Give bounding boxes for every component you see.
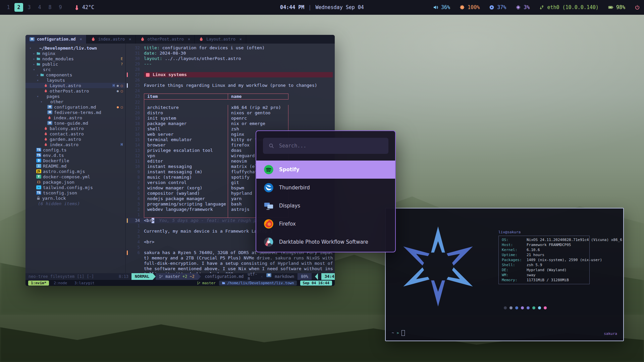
tab-otherPost.astro[interactable]: otherPost.astro× bbox=[136, 35, 195, 44]
tree-item-config.ts[interactable]: TSconfig.ts bbox=[25, 147, 125, 153]
gutter-sign bbox=[126, 126, 128, 132]
tree-file-icon: JS bbox=[36, 169, 41, 173]
badge: ● bbox=[117, 105, 119, 109]
buffer-line-text: Favorite things regarding Linux and my w… bbox=[144, 83, 335, 88]
tree-item-contact.astro[interactable]: contact.astro bbox=[25, 131, 125, 136]
module-memory-value: 3% bbox=[524, 4, 530, 10]
tree-chevron-icon: ▸ bbox=[32, 57, 36, 61]
tree-item-~/Development/liv.town[interactable]: ▾~/Development/liv.town bbox=[25, 45, 125, 51]
tree-item-pages[interactable]: ▾pages bbox=[25, 94, 125, 99]
tree-item-tone-guide.md[interactable]: Mtone-guide.md bbox=[25, 120, 125, 126]
module-disk[interactable]: 37% bbox=[489, 4, 506, 10]
line-number: 30 bbox=[128, 56, 144, 61]
tab-close-icon[interactable]: × bbox=[80, 37, 82, 42]
tree-item-node_modules[interactable]: ▸node_modulesE bbox=[25, 56, 125, 61]
gutter-sign bbox=[126, 100, 128, 105]
tree-item-otherPost.astro[interactable]: otherPost.astro●▢ bbox=[25, 88, 125, 94]
launcher-item-Thunderbird[interactable]: Thunderbird bbox=[256, 179, 395, 197]
module-brightness[interactable]: 100% bbox=[460, 4, 480, 10]
tree-item-label: (6 hidden items) bbox=[38, 201, 80, 206]
gutter-sign bbox=[126, 234, 128, 239]
tree-item-yarn.lock[interactable]: yarn.lock bbox=[25, 195, 125, 201]
tree-item-docker-compose.yml[interactable]: Ydocker-compose.yml bbox=[25, 174, 125, 179]
tree-item-public[interactable]: ▸public? bbox=[25, 61, 125, 67]
tree-item-README.md[interactable]: iREADME.md bbox=[25, 163, 125, 169]
workspace-button-9[interactable]: 9 bbox=[56, 3, 65, 12]
power-button[interactable] bbox=[635, 5, 640, 10]
buffer-line: 22 bbox=[126, 100, 335, 105]
tree-item-label: ~/Development/liv.town bbox=[39, 46, 97, 51]
tree-item-env.d.ts[interactable]: TSenv.d.ts bbox=[25, 153, 125, 158]
tree-item-(6 hidden items)[interactable]: (6 hidden items) bbox=[25, 201, 125, 206]
tab-label: index.astro bbox=[98, 37, 125, 42]
tree-item-label: public bbox=[42, 62, 58, 67]
tree-item-garden.astro[interactable]: garden.astro bbox=[25, 136, 125, 142]
tree-file-icon bbox=[40, 73, 44, 77]
line-number: 31 bbox=[128, 51, 144, 56]
launcher-item-Spotify[interactable]: Spotify bbox=[256, 161, 395, 179]
buffer-line-text: date: 2024-08-30 bbox=[144, 51, 335, 56]
workspace-button-2[interactable]: 2 bbox=[14, 3, 23, 12]
buffer-line: 30layout: ../../layouts/otherPost.astro bbox=[126, 56, 335, 61]
workspace-button-1[interactable]: 1 bbox=[4, 3, 13, 12]
fetch-value: 6.10.6 bbox=[527, 247, 540, 252]
markdown-heading: Linux systems bbox=[144, 72, 333, 77]
neotree-status-text: neo-tree filesystem [1] [-] bbox=[29, 274, 94, 279]
workspaces: 123489 bbox=[4, 3, 65, 12]
tree-item-index.astro[interactable]: index.astroH bbox=[25, 142, 125, 147]
tree-item-astro.config.mjs[interactable]: JSastro.config.mjs bbox=[25, 169, 125, 174]
tab-configuration.md[interactable]: Mconfiguration.md× bbox=[25, 35, 87, 44]
shell-prompt[interactable]: ~ > bbox=[392, 330, 405, 336]
search-input[interactable] bbox=[278, 142, 383, 149]
workspace-button-8[interactable]: 8 bbox=[46, 3, 54, 12]
line-number: 5 bbox=[128, 191, 144, 196]
palette-dot bbox=[509, 306, 513, 309]
tree-item-Dockerfile[interactable]: DDockerfile bbox=[25, 158, 125, 163]
tab-close-icon[interactable]: × bbox=[239, 37, 242, 42]
tmux-window-2:node[interactable]: 2:node bbox=[51, 281, 70, 286]
tmux-window-1:nvim*[interactable]: 1:nvim* bbox=[28, 281, 49, 286]
line-number: 26 bbox=[128, 77, 144, 83]
launcher-item-Darktable Photo Workflow Software[interactable]: Darktable Photo Workflow Software bbox=[256, 233, 395, 251]
tree-item-src[interactable]: ▾src bbox=[25, 67, 125, 72]
tree-item-other[interactable]: ▾other bbox=[25, 99, 125, 104]
fetch-label: Uptime: bbox=[502, 252, 527, 257]
tab-close-icon[interactable]: × bbox=[129, 37, 131, 42]
launcher-item-Displays[interactable]: Displays bbox=[256, 197, 395, 215]
module-volume[interactable]: 36% bbox=[433, 4, 450, 10]
tab-close-icon[interactable]: × bbox=[188, 37, 190, 42]
launcher-item-Firefox[interactable]: Firefox bbox=[256, 215, 395, 233]
tree-item-balcony.astro[interactable]: balcony.astro bbox=[25, 126, 125, 131]
launcher-item-label: Darktable Photo Workflow Software bbox=[279, 239, 368, 245]
tree-item-fediverse-terms.md[interactable]: Mfediverse-terms.md bbox=[25, 110, 125, 115]
fetch-label: Kernel: bbox=[502, 247, 527, 252]
workspace-button-3[interactable]: 3 bbox=[25, 3, 34, 12]
workspace-button-4[interactable]: 4 bbox=[35, 3, 44, 12]
tree-item-nginx[interactable]: ▸nginx bbox=[25, 51, 125, 56]
launcher-search[interactable] bbox=[263, 138, 388, 154]
tree-item-index.astro[interactable]: index.astro bbox=[25, 115, 125, 120]
tab-index.astro[interactable]: index.astro× bbox=[87, 35, 136, 44]
tree-item-package.json[interactable]: {}package.json bbox=[25, 179, 125, 185]
module-network[interactable]: eth0 (10.0.0.140) bbox=[539, 4, 599, 10]
tree-item-layouts[interactable]: ▾layouts bbox=[25, 77, 125, 83]
tree-item-components[interactable]: ▸components bbox=[25, 72, 125, 77]
line-number: 3 bbox=[128, 234, 144, 239]
gutter-sign bbox=[126, 116, 128, 121]
tree-item-tailwind.config.mjs[interactable]: ~tailwind.config.mjs bbox=[25, 185, 125, 190]
tree-item-configuration.md[interactable]: Mconfiguration.md●▢ bbox=[25, 104, 125, 110]
tree-chevron-icon: ▾ bbox=[28, 46, 33, 50]
fastfetch-output: liv@sakura OS:NixOS 24.11.20240828.71e91… bbox=[498, 230, 606, 284]
tree-item-badges: H●▢ bbox=[113, 84, 125, 87]
tab-Layout.astro[interactable]: Layout.astro× bbox=[195, 35, 246, 44]
module-battery[interactable]: 98% bbox=[608, 4, 625, 10]
tree-item-tsconfig.json[interactable]: TStsconfig.json bbox=[25, 190, 125, 195]
module-memory[interactable]: 3% bbox=[516, 4, 530, 10]
gutter-sign bbox=[126, 88, 128, 94]
fetch-row: Uptime:21 hours bbox=[502, 252, 586, 257]
module-volume-value: 36% bbox=[441, 4, 450, 10]
folder-icon bbox=[222, 281, 225, 285]
terminal-window[interactable]: liv@sakura OS:NixOS 24.11.20240828.71e91… bbox=[385, 208, 624, 341]
tmux-window-3:lazygit[interactable]: 3:lazygit bbox=[72, 281, 97, 286]
tree-item-Layout.astro[interactable]: Layout.astroH●▢ bbox=[25, 83, 125, 88]
